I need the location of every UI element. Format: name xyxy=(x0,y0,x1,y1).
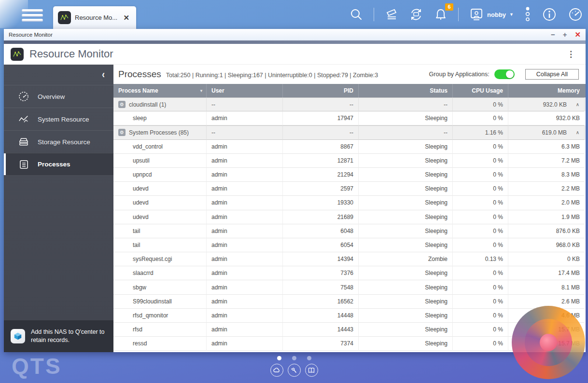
process-row[interactable]: S99cloudinstalladmin16562Sleeping0 %2.6 … xyxy=(113,295,586,309)
process-row[interactable]: slaacrrdadmin7376Sleeping0 %17.4 MB xyxy=(113,266,586,280)
sidebar-menu: OverviewSystem ResourceStorage ResourceP… xyxy=(4,85,113,176)
notifications-bell-icon[interactable]: 6 xyxy=(434,8,448,21)
cell-pid: -- xyxy=(283,97,359,111)
recent-apps-icon[interactable] xyxy=(385,8,398,21)
search-icon[interactable] xyxy=(350,8,363,21)
column-header-memory[interactable]: Memory xyxy=(508,84,585,97)
manual-icon[interactable] xyxy=(305,364,318,377)
column-label: User xyxy=(211,87,224,94)
window-titlebar[interactable]: Resource Monitor − + ✕ xyxy=(4,29,586,41)
cell-user: admin xyxy=(207,295,283,309)
cell-cpu: 0 % xyxy=(453,323,508,337)
main-menu-icon[interactable] xyxy=(22,9,43,22)
column-header-process-name[interactable]: Process Name▼ xyxy=(113,84,207,97)
cell-cpu: 0 % xyxy=(453,182,508,196)
qcenter-cube-icon xyxy=(11,329,25,343)
process-name: udevd xyxy=(133,214,149,220)
process-name: udevd xyxy=(133,199,149,206)
cell-name: rfsd xyxy=(113,323,207,337)
tab-close-icon[interactable]: ✕ xyxy=(121,13,131,23)
group-row[interactable]: ⚙System Processes (85)------1.16 %619.0 … xyxy=(113,125,586,139)
sidebar-item-overview[interactable]: Overview xyxy=(4,85,113,108)
app-kebab-menu-icon[interactable]: ⋮ xyxy=(563,49,579,59)
column-label: PID xyxy=(344,87,353,94)
process-row[interactable]: sbgwadmin7548Sleeping0 %8.1 MB xyxy=(113,280,586,294)
process-row[interactable]: ressdadmin7374Sleeping0 %15.7 MB xyxy=(113,337,586,351)
cell-pid: 14443 xyxy=(283,323,359,337)
username: nobby xyxy=(487,11,506,18)
process-row[interactable]: udevdadmin21689Sleeping0 %1.9 MB xyxy=(113,210,586,224)
sidebar-item-processes[interactable]: Processes xyxy=(4,153,113,176)
process-name: rfsd_qmonitor xyxy=(133,312,168,319)
column-header-pid[interactable]: PID xyxy=(283,84,359,97)
process-name: udevd xyxy=(133,185,149,192)
process-row[interactable]: rfsd_qmonitoradmin14448Sleeping0 %4.6 MB xyxy=(113,309,586,323)
process-row[interactable]: rfsdadmin14443Sleeping0 %15.7 MB xyxy=(113,323,586,337)
process-name: sleep xyxy=(133,115,147,122)
resource-monitor-window: Resource Monitor − + ✕ Resource Monitor … xyxy=(4,29,586,352)
process-name: upnpcd xyxy=(133,171,152,178)
background-tasks-icon[interactable] xyxy=(409,7,423,22)
sidebar-collapse-icon[interactable]: ‹ xyxy=(102,68,105,81)
process-row[interactable]: udevdadmin2597Sleeping0 %2.2 MB xyxy=(113,182,586,196)
sidebar-item-system-resource[interactable]: System Resource xyxy=(4,108,113,130)
process-row[interactable]: upnpcdadmin21294Sleeping0 %8.3 MB xyxy=(113,168,586,182)
resource-monitor-app-icon xyxy=(58,11,71,24)
group-name: cloudinstall (1) xyxy=(129,101,166,108)
cell-status: -- xyxy=(359,97,453,111)
process-row[interactable]: sleepadmin17947Sleeping0 %932.0 KB xyxy=(113,111,586,125)
tools-icon[interactable] xyxy=(288,364,301,377)
user-menu[interactable]: nobby ▼ xyxy=(469,7,514,22)
gauge-icon xyxy=(18,91,29,102)
cell-cpu: 0 % xyxy=(453,140,508,154)
cell-status: Sleeping xyxy=(359,337,453,351)
process-row[interactable]: sysRequest.cgiadmin14394Zombie0.13 %0 KB xyxy=(113,252,586,266)
cell-name: S99cloudinstall xyxy=(113,295,207,309)
process-row[interactable]: tailadmin6048Sleeping0 %876.0 KB xyxy=(113,224,586,238)
taskbar-tab-resource-monitor[interactable]: Resource Mo... ✕ xyxy=(53,6,136,29)
cell-status: Sleeping xyxy=(359,238,453,252)
desktop-page-dot-3[interactable] xyxy=(307,356,311,360)
process-name: tail xyxy=(133,228,140,234)
column-header-status[interactable]: Status xyxy=(359,84,453,97)
pulse-icon xyxy=(18,114,29,124)
column-header-user[interactable]: User xyxy=(207,84,283,97)
info-icon[interactable] xyxy=(542,7,557,22)
process-row[interactable]: vdd_controladmin8867Sleeping0 %6.3 MB xyxy=(113,140,586,154)
group-by-toggle[interactable] xyxy=(494,69,515,79)
column-menu-caret-icon[interactable]: ▼ xyxy=(199,89,203,93)
process-row[interactable]: upsutiladmin12871Sleeping0 %7.2 MB xyxy=(113,154,586,168)
cell-memory: 2.6 MB xyxy=(508,295,585,309)
cell-memory: 8.3 MB xyxy=(508,168,585,182)
qcenter-notice[interactable]: Add this NAS to Q'center to retain recor… xyxy=(4,320,113,352)
taskbar-divider xyxy=(458,8,459,21)
desktop-page-dot-2[interactable] xyxy=(292,356,296,360)
close-button[interactable]: ✕ xyxy=(574,31,581,38)
dashboard-gauge-icon[interactable] xyxy=(568,7,583,22)
sidebar-item-storage-resource[interactable]: Storage Resource xyxy=(4,130,113,153)
minimize-button[interactable]: − xyxy=(551,31,555,38)
cell-cpu: 0 % xyxy=(453,309,508,323)
column-header-cpu-usage[interactable]: CPU Usage xyxy=(453,84,508,97)
process-row[interactable]: tailadmin6054Sleeping0 %968.0 KB xyxy=(113,238,586,252)
more-options-dots-icon[interactable] xyxy=(524,6,531,23)
cloud-icon[interactable] xyxy=(270,364,283,377)
cell-name: sbgw xyxy=(113,280,207,294)
process-row[interactable]: udevdadmin19330Sleeping0 %2.0 MB xyxy=(113,196,586,210)
cell-status: Sleeping xyxy=(359,224,453,238)
cell-cpu: 0 % xyxy=(453,238,508,252)
cell-memory: 15.7 MB xyxy=(508,323,585,337)
maximize-button[interactable]: + xyxy=(563,31,567,38)
cell-status: Sleeping xyxy=(359,210,453,224)
cell-pid: 6054 xyxy=(283,238,359,252)
desktop-page-dot-1[interactable] xyxy=(277,356,281,360)
group-row[interactable]: ⚙cloudinstall (1)------0 %932.0 KB∧ xyxy=(113,97,586,111)
collapse-all-button[interactable]: Collapse All xyxy=(525,69,579,80)
cell-memory: 4.6 MB xyxy=(508,309,585,323)
group-collapse-icon[interactable]: ∧ xyxy=(567,130,579,135)
group-collapse-icon[interactable]: ∧ xyxy=(567,102,579,107)
cell-cpu: 0 % xyxy=(453,168,508,182)
cell-user: admin xyxy=(207,196,283,210)
cell-cpu: 1.16 % xyxy=(453,125,508,139)
column-label: Status xyxy=(430,87,448,94)
